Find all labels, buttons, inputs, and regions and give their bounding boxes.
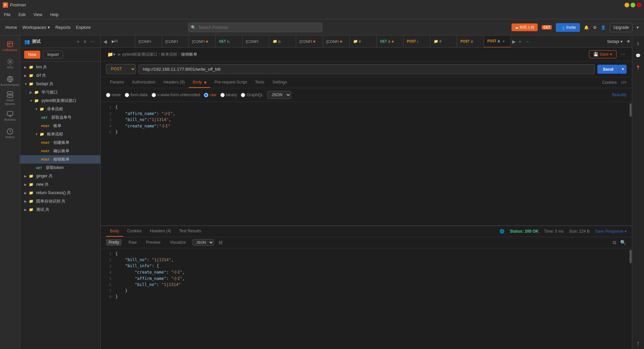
tab-confi-4[interactable]: [CONFI bbox=[243, 36, 269, 48]
sync-button[interactable]: ☁ 拍照上传 bbox=[512, 23, 538, 31]
save-button[interactable]: 💾 Save ▾ bbox=[589, 50, 616, 58]
tab-confi-2[interactable]: [CONFI bbox=[162, 36, 189, 48]
new-button[interactable]: New bbox=[24, 51, 40, 59]
nav-explore[interactable]: Explore bbox=[76, 25, 91, 30]
code-icon[interactable]: </> bbox=[621, 80, 627, 85]
resp-tab-cookies[interactable]: Cookies bbox=[123, 226, 146, 237]
method-select[interactable]: POST GET PUT DELETE PATCH bbox=[106, 64, 136, 74]
format-dropdown[interactable]: JSON XML Text bbox=[267, 91, 291, 99]
resp-copy-button[interactable]: ⧉ bbox=[612, 239, 617, 246]
response-scrollbar[interactable] bbox=[629, 248, 632, 349]
right-icon-location[interactable]: 📍 bbox=[633, 62, 644, 73]
expand-button[interactable]: ▾ bbox=[637, 25, 639, 30]
eye-button[interactable]: 👁 bbox=[627, 39, 631, 44]
breadcrumb-folder-btn[interactable]: 📁▾ bbox=[106, 51, 117, 58]
resp-tab-test-results[interactable]: Test Results bbox=[175, 226, 205, 237]
url-input[interactable] bbox=[139, 64, 595, 74]
upgrade-button[interactable]: Upgrade bbox=[610, 23, 633, 32]
right-icon-text[interactable]: T bbox=[633, 338, 644, 349]
resp-pretty-button[interactable]: Pretty bbox=[106, 239, 122, 246]
maximize-button[interactable] bbox=[631, 3, 635, 7]
tab-tests[interactable]: Tests bbox=[251, 77, 268, 88]
tree-item-write-off-bill[interactable]: POST 核销账单 bbox=[20, 155, 100, 164]
resp-format-select[interactable]: JSON bbox=[193, 239, 214, 246]
tab-post-e[interactable]: POST ê bbox=[457, 36, 484, 48]
menu-help[interactable]: Help bbox=[49, 12, 60, 18]
tab-confi-5[interactable]: [CONFI bbox=[296, 36, 323, 48]
profile-button[interactable]: 👤 bbox=[601, 25, 606, 30]
sidebar-collections[interactable]: Collections bbox=[2, 38, 18, 54]
radio-form-data[interactable]: form-data bbox=[125, 93, 148, 97]
cookies-link[interactable]: Cookies bbox=[602, 80, 616, 85]
tab-confi-6[interactable]: [CONFI bbox=[323, 36, 350, 48]
tab-get-h[interactable]: GET h. bbox=[216, 36, 243, 48]
tree-item-login-flow[interactable]: ▼ 📁 录单流程 bbox=[20, 105, 100, 113]
tree-item-test[interactable]: ▶ 📁 测试 共 bbox=[20, 206, 100, 214]
minimize-button[interactable] bbox=[625, 3, 629, 7]
save-response-button[interactable]: Save Response ▾ bbox=[595, 229, 627, 234]
search-input[interactable] bbox=[188, 23, 322, 32]
panel-more-button[interactable]: ⋯ bbox=[89, 38, 96, 45]
tree-item-learn[interactable]: ▶ 📁 学习接口 bbox=[20, 88, 100, 97]
right-icon-comments[interactable]: 💬 bbox=[633, 50, 644, 61]
menu-edit[interactable]: Edit bbox=[17, 12, 27, 18]
close-button[interactable] bbox=[637, 3, 641, 7]
tree-item-fastapi[interactable]: ▼ 📁 fastapi 共 bbox=[20, 80, 100, 88]
send-dropdown-button[interactable]: ▾ bbox=[619, 65, 627, 74]
tree-item-bm[interactable]: ▶ 📁 bm 共 bbox=[20, 63, 100, 71]
tab-folder-e2[interactable]: 📁 ê bbox=[430, 36, 457, 48]
resp-preview-button[interactable]: Preview bbox=[143, 239, 163, 246]
nav-workspaces[interactable]: Workspaces ▾ bbox=[22, 25, 50, 30]
tree-item-pytest[interactable]: ▼ 📁 pytest框架测试接口 bbox=[20, 97, 100, 105]
tab-get-e[interactable]: GET ê bbox=[377, 36, 404, 48]
request-code-editor[interactable]: 1 { 2 "affirm_name": "小I", 3 "bill_no":"… bbox=[101, 102, 629, 138]
tree-item-return-success[interactable]: ▶ 📁 return Success() 共 bbox=[20, 189, 100, 197]
tab-confi-1[interactable]: [CONFI bbox=[135, 36, 162, 48]
resp-filter-button[interactable]: ⊟ bbox=[218, 239, 223, 246]
radio-graphql[interactable]: GraphQL bbox=[241, 93, 263, 97]
breadcrumb-more-button[interactable]: ⋯ bbox=[619, 50, 627, 58]
tree-item-get-token[interactable]: GET 获取token bbox=[20, 164, 100, 172]
sidebar-monitors[interactable]: Monitors bbox=[2, 108, 18, 124]
tree-item-new[interactable]: ▶ 📁 new 共 bbox=[20, 180, 100, 189]
nav-home[interactable]: Home bbox=[5, 25, 17, 30]
tab-forward-button[interactable]: ▶ bbox=[511, 38, 517, 46]
tab-post-i[interactable]: POST i bbox=[404, 36, 430, 48]
radio-binary[interactable]: binary bbox=[220, 93, 237, 97]
tree-item-create-bill[interactable]: POST 创建账单 bbox=[20, 138, 100, 147]
resp-raw-button[interactable]: Raw bbox=[126, 239, 139, 246]
sidebar-history[interactable]: History bbox=[2, 125, 18, 141]
tab-back-button[interactable]: ◀ bbox=[102, 38, 108, 46]
nav-reports[interactable]: Reports bbox=[55, 25, 71, 30]
tab-folder-e[interactable]: 📁 ê bbox=[350, 36, 377, 48]
tab-pre-request[interactable]: Pre-request Script bbox=[210, 77, 251, 88]
tree-item-bill-list[interactable]: POST 账单 bbox=[20, 122, 100, 130]
tab-settings[interactable]: Settings bbox=[268, 77, 291, 88]
tree-item-auto-rules[interactable]: ▶ 📁 固单自动识别 共 bbox=[20, 197, 100, 206]
request-scrollbar[interactable] bbox=[629, 102, 632, 225]
breadcrumb-root[interactable]: pytest框架测试接口 bbox=[122, 52, 157, 57]
resp-tab-body[interactable]: Body bbox=[106, 226, 123, 237]
tab-headers[interactable]: Headers (9) bbox=[159, 77, 189, 88]
tree-item-get-bill[interactable]: GET 获取远单号 bbox=[20, 113, 100, 122]
tree-item-ginger[interactable]: ▶ 📁 ginger 共 bbox=[20, 172, 100, 180]
beautify-button[interactable]: Beautify bbox=[612, 93, 627, 97]
tree-item-bill-flow[interactable]: ▼ 📁 账单流程 bbox=[20, 130, 100, 138]
resp-visualize-button[interactable]: Visualize bbox=[167, 239, 189, 246]
tab-body[interactable]: Body bbox=[189, 77, 211, 88]
menu-file[interactable]: File bbox=[3, 12, 12, 18]
tab-p[interactable]: 📁 p. bbox=[269, 36, 296, 48]
send-button[interactable]: Send bbox=[597, 65, 619, 74]
panel-menu-button[interactable]: ≡ bbox=[82, 38, 88, 45]
tree-item-drf[interactable]: ▶ 📁 drf 共 bbox=[20, 71, 100, 80]
right-icon-info[interactable]: ℹ bbox=[633, 38, 644, 49]
tab-add-button[interactable]: + bbox=[517, 38, 523, 46]
response-code-editor[interactable]: 1 { 2 "bill_no": "1j1314", 3 bbox=[101, 248, 629, 303]
breadcrumb-parent[interactable]: 账单流程 bbox=[161, 52, 177, 57]
radio-urlencoded[interactable]: x-www-form-urlencoded bbox=[152, 93, 200, 97]
sidebar-apis[interactable]: APIs bbox=[2, 56, 18, 72]
invite-button[interactable]: 👥 Invite bbox=[556, 23, 580, 32]
panel-add-button[interactable]: + bbox=[75, 38, 81, 45]
sidebar-mock-servers[interactable]: Mock Servers bbox=[2, 91, 18, 107]
resp-tab-headers[interactable]: Headers (4) bbox=[146, 226, 175, 237]
